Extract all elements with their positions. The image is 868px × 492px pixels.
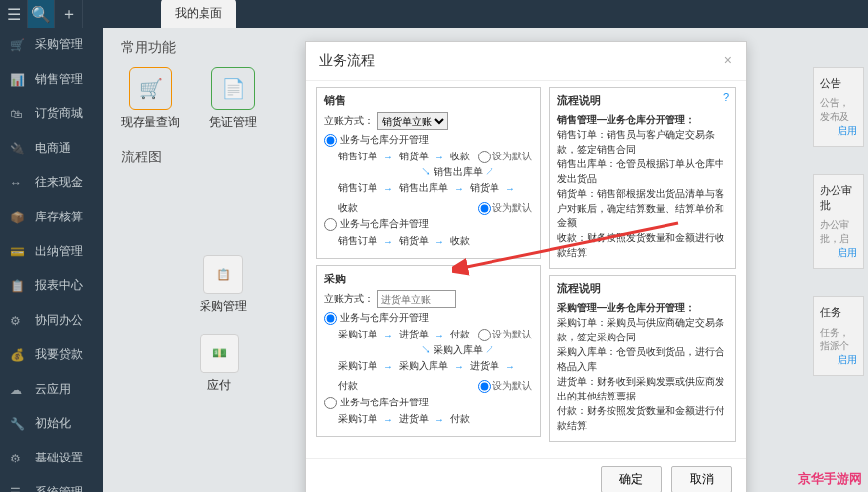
dialog-title: 业务流程: [319, 52, 375, 70]
group-title-sales: 销售: [324, 93, 532, 108]
step-label: 销售出库单: [399, 181, 448, 195]
sales-opt-merge-radio[interactable]: [324, 218, 337, 231]
desc-heading: 采购管理—业务仓库分开管理：: [557, 302, 695, 313]
radio-label: 业务与仓库合并管理: [340, 396, 429, 409]
step-label: 收款: [450, 150, 470, 163]
step-label: 进货单: [399, 412, 429, 426]
step-label: 采购订单: [338, 328, 377, 341]
desc-title: 流程说明: [557, 281, 727, 296]
step-label: 销售订单: [338, 181, 377, 195]
ok-button[interactable]: 确定: [601, 466, 662, 492]
dialog-left-col: 销售 立账方式： 销货单立账 业务与仓库分开管理 销售订单→ 销货单→ 收款 设…: [316, 87, 541, 448]
desc-text: 采购管理—业务仓库分开管理： 采购订单：采购员与供应商确定交易条款，签定采购合同…: [557, 300, 727, 433]
cancel-button[interactable]: 取消: [671, 466, 732, 492]
arrow-down-icon: ↘: [421, 344, 431, 355]
step-label: 销货单: [399, 150, 429, 163]
arrow-icon: →: [505, 183, 515, 194]
arrow-down-icon: ↘: [421, 166, 431, 177]
method-label: 立账方式：: [324, 114, 374, 128]
purchase-opt-merge-radio[interactable]: [324, 397, 337, 409]
arrow-icon: →: [505, 361, 515, 372]
arrow-icon: →: [383, 236, 393, 247]
step-label: 付款: [338, 379, 358, 393]
step-label: 收款: [450, 234, 470, 248]
set-default-label: 设为默认: [492, 150, 532, 163]
radio-label: 业务与仓库合并管理: [340, 217, 429, 231]
dialog-body: 销售 立账方式： 销货单立账 业务与仓库分开管理 销售订单→ 销货单→ 收款 设…: [306, 81, 746, 458]
desc-line: 销货单：销售部根据发出货品清单与客户对账后，确定结算数量、结算单价和金额: [557, 188, 724, 228]
step-label: 销售出库单: [434, 166, 483, 177]
step-label: 进货单: [399, 328, 429, 341]
sales-opt-separate-radio[interactable]: [324, 134, 337, 147]
group-desc-purchase: 流程说明 采购管理—业务仓库分开管理： 采购订单：采购员与供应商确定交易条款，签…: [549, 275, 736, 442]
arrow-icon: →: [434, 152, 444, 162]
group-purchase: 采购 立账方式： 业务与仓库分开管理 采购订单→ 进货单→ 付款 设为默认 ↘ …: [316, 265, 541, 437]
method-label: 立账方式：: [324, 292, 374, 306]
arrow-icon: →: [383, 361, 393, 372]
step-label: 付款: [450, 328, 470, 341]
desc-line: 采购订单：采购员与供应商确定交易条款，签定采购合同: [557, 317, 724, 342]
purchase-default-radio-1[interactable]: [478, 329, 491, 341]
purchase-method-input[interactable]: [377, 290, 456, 308]
step-label: 采购入库单: [434, 344, 483, 355]
arrow-icon: →: [434, 236, 444, 247]
step-label: 付款: [450, 412, 470, 426]
step-label: 采购订单: [338, 359, 377, 373]
desc-line: 销售出库单：仓管员根据订单从仓库中发出货品: [557, 158, 724, 184]
arrow-icon: →: [454, 361, 464, 372]
step-label: 销货单: [399, 234, 429, 248]
step-label: 采购入库单: [399, 359, 448, 373]
arrow-icon: →: [434, 414, 444, 425]
group-desc-sales: ? 流程说明 销售管理—业务仓库分开管理： 销售订单：销售员与客户确定交易条款，…: [549, 87, 736, 269]
set-default-label: 设为默认: [492, 379, 532, 393]
arrow-up-icon: ↗: [485, 344, 494, 355]
dialog-header: 业务流程 ×: [306, 42, 746, 81]
radio-label: 业务与仓库分开管理: [340, 311, 429, 325]
step-label: 进货单: [470, 359, 499, 373]
dialog-footer: 确定 取消: [306, 458, 746, 492]
desc-title: 流程说明: [557, 93, 727, 108]
help-icon[interactable]: ?: [723, 92, 729, 103]
step-label: 收款: [338, 201, 358, 215]
desc-line: 收款：财务按照发货数量和金额进行收款结算: [557, 232, 724, 258]
sales-method-select[interactable]: 销货单立账: [377, 112, 448, 130]
set-default-label: 设为默认: [492, 201, 532, 215]
dialog-right-col: ? 流程说明 销售管理—业务仓库分开管理： 销售订单：销售员与客户确定交易条款，…: [549, 87, 736, 448]
sales-default-radio-2[interactable]: [478, 202, 491, 215]
group-sales: 销售 立账方式： 销货单立账 业务与仓库分开管理 销售订单→ 销货单→ 收款 设…: [316, 87, 541, 259]
desc-line: 付款：财务按照发货数量和金额进行付款结算: [557, 405, 724, 431]
arrow-icon: →: [383, 330, 393, 340]
arrow-icon: →: [383, 183, 393, 194]
close-icon[interactable]: ×: [724, 52, 732, 70]
step-label: 销售订单: [338, 150, 377, 163]
purchase-opt-separate-radio[interactable]: [324, 312, 337, 325]
arrow-icon: →: [434, 330, 444, 340]
desc-heading: 销售管理—业务仓库分开管理：: [557, 114, 695, 125]
arrow-up-icon: ↗: [485, 166, 494, 177]
set-default-label: 设为默认: [492, 328, 532, 341]
radio-label: 业务与仓库分开管理: [340, 133, 429, 147]
desc-text: 销售管理—业务仓库分开管理： 销售订单：销售员与客户确定交易条款，签定销售合同 …: [557, 112, 727, 260]
step-label: 销售订单: [338, 234, 377, 248]
arrow-icon: →: [383, 152, 393, 162]
sales-default-radio-1[interactable]: [478, 151, 491, 163]
watermark: 京华手游网: [798, 470, 862, 488]
arrow-icon: →: [454, 183, 464, 194]
dialog-business-flow: 业务流程 × 销售 立账方式： 销货单立账 业务与仓库分开管理 销售订单→ 销货…: [305, 41, 747, 492]
desc-line: 销售订单：销售员与客户确定交易条款，签定销售合同: [557, 129, 715, 154]
arrow-icon: →: [383, 414, 393, 425]
group-title-purchase: 采购: [324, 272, 532, 286]
purchase-default-radio-2[interactable]: [478, 380, 491, 393]
desc-line: 采购入库单：仓管员收到货品，进行合格品入库: [557, 346, 724, 372]
step-label: 采购订单: [338, 412, 377, 426]
step-label: 销货单: [470, 181, 499, 195]
desc-line: 进货单：财务收到采购发票或供应商发出的其他结算票据: [557, 376, 724, 401]
